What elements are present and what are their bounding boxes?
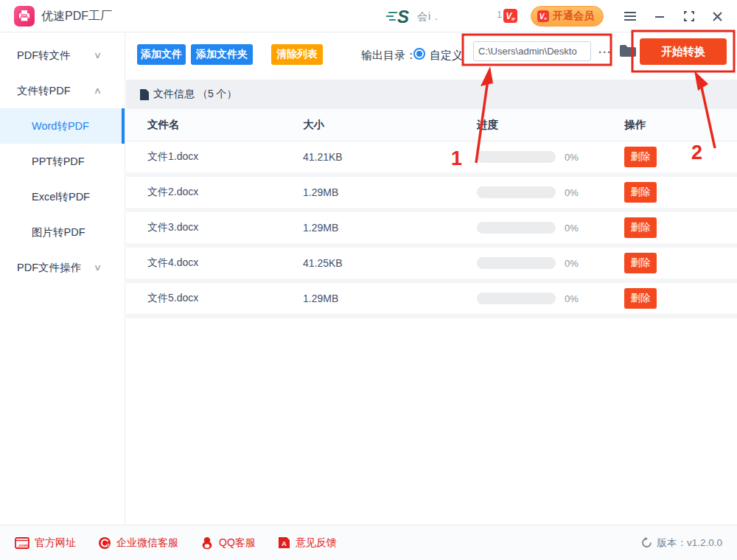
feedback-link[interactable]: A 意见反馈 [278, 536, 337, 550]
file-info-bar: 文件信息 （5 个） [126, 80, 737, 109]
document-icon [139, 89, 149, 100]
sidebar-item-file-to-pdf[interactable]: 文件转PDF ∧ [0, 73, 125, 108]
account-mark: 1 [497, 9, 502, 20]
add-folder-button[interactable]: 添加文件夹 [191, 44, 253, 65]
footer: .com 官方网址 企业微信客服 QQ客服 A 意见 [0, 525, 737, 560]
app-logo-icon: PDF [14, 6, 35, 27]
progress-bar [477, 186, 556, 198]
footer-link-label: 意见反馈 [296, 536, 337, 550]
sidebar-item-excel-to-pdf[interactable]: Excel转PDF [0, 179, 125, 214]
version-info: 版本：v1.2.0.0 [641, 536, 722, 550]
app-title: 优速PDF工厂 [41, 9, 112, 24]
file-size: 1.29MB [303, 186, 477, 198]
svg-text:A: A [282, 540, 287, 547]
minimize-icon[interactable] [652, 8, 668, 24]
account-name: 会i . [417, 10, 439, 24]
output-dir-label: 输出目录： [361, 49, 416, 63]
vip-badge-icon: VIP [537, 10, 549, 22]
update-refresh-icon [641, 537, 652, 548]
column-header-size: 大小 [303, 118, 477, 132]
maximize-icon[interactable] [681, 8, 697, 24]
open-vip-label: 开通会员 [553, 10, 594, 23]
file-size: 41.21KB [303, 151, 477, 163]
output-path-input[interactable] [473, 41, 591, 61]
sidebar: PDF转文件 ∨ 文件转PDF ∧ Word转PDF PPT转PDF Excel… [0, 33, 125, 525]
vip-badge-icon: VIP [503, 9, 517, 23]
sidebar-item-image-to-pdf[interactable]: 图片转PDF [0, 214, 125, 250]
progress-percent: 0% [565, 258, 579, 269]
sidebar-item-label: PPT转PDF [32, 155, 85, 169]
progress-bar [477, 257, 556, 269]
file-name: 文件3.docx [126, 221, 303, 234]
wechat-service-icon [98, 536, 111, 550]
file-name: 文件4.docx [126, 256, 303, 270]
table-row: 文件5.docx 1.29MB 0% 删除 [126, 283, 737, 318]
sidebar-item-label: PDF文件操作 [17, 261, 81, 275]
table-row: 文件1.docx 41.21KB 0% 删除 [126, 141, 737, 177]
table-row: 文件3.docx 1.29MB 0% 删除 [126, 212, 737, 248]
sidebar-item-label: Excel转PDF [32, 190, 90, 204]
progress-percent: 0% [565, 187, 579, 198]
column-header-name: 文件名 [126, 118, 303, 132]
open-vip-button[interactable]: VIP 开通会员 [531, 6, 604, 27]
svg-text:S: S [397, 7, 409, 27]
menu-icon[interactable] [622, 8, 638, 24]
sidebar-item-pdf-file-ops[interactable]: PDF文件操作 ∨ [0, 250, 125, 285]
title-bar: PDF 优速PDF工厂 S 会i . 1 VIP VIP 开通会员 [0, 0, 737, 32]
speed-s-logo-icon: S [386, 6, 413, 29]
sidebar-item-label: Word转PDF [32, 119, 89, 133]
progress-bar [477, 222, 556, 234]
footer-link-label: QQ客服 [219, 536, 256, 550]
feedback-icon: A [278, 536, 290, 549]
close-icon[interactable] [709, 8, 725, 24]
version-label: 版本：v1.2.0.0 [657, 536, 722, 550]
progress-bar [477, 151, 556, 163]
official-website-link[interactable]: .com 官方网址 [15, 536, 76, 550]
sidebar-item-label: PDF转文件 [17, 49, 71, 63]
add-file-button[interactable]: 添加文件 [137, 44, 186, 65]
column-header-action: 操作 [624, 118, 727, 132]
toolbar: 添加文件 添加文件夹 清除列表 输出目录： 自定义 ··· 开始转换 [126, 33, 737, 74]
progress-bar [477, 293, 556, 304]
file-info-label: 文件信息 （5 个） [153, 88, 237, 101]
delete-button[interactable]: 删除 [624, 182, 657, 203]
chevron-up-icon: ∧ [94, 85, 102, 96]
table-header: 文件名 大小 进度 操作 [126, 109, 737, 141]
sidebar-item-word-to-pdf[interactable]: Word转PDF [0, 108, 125, 144]
table-row: 文件2.docx 1.29MB 0% 删除 [126, 177, 737, 212]
custom-dir-label: 自定义 [430, 49, 463, 63]
progress-percent: 0% [565, 152, 579, 163]
sidebar-item-label: 图片转PDF [32, 225, 85, 239]
sidebar-item-ppt-to-pdf[interactable]: PPT转PDF [0, 144, 125, 179]
delete-button[interactable]: 删除 [624, 217, 657, 238]
progress-percent: 0% [565, 223, 579, 234]
wechat-service-link[interactable]: 企业微信客服 [98, 536, 178, 550]
progress-percent: 0% [565, 293, 579, 304]
clear-list-button[interactable]: 清除列表 [271, 44, 323, 65]
file-table: 文件1.docx 41.21KB 0% 删除 文件2.docx 1.29MB 0… [126, 141, 737, 318]
file-name: 文件2.docx [126, 186, 303, 199]
file-size: 1.29MB [303, 293, 477, 304]
delete-button[interactable]: 删除 [624, 253, 657, 273]
start-convert-button[interactable]: 开始转换 [640, 38, 727, 65]
footer-link-label: 官方网址 [35, 536, 76, 550]
app-window: PDF 优速PDF工厂 S 会i . 1 VIP VIP 开通会员 [0, 0, 737, 560]
sidebar-item-pdf-to-file[interactable]: PDF转文件 ∨ [0, 38, 125, 73]
file-name: 文件1.docx [126, 150, 303, 164]
delete-button[interactable]: 删除 [624, 147, 657, 167]
browse-more-button[interactable]: ··· [595, 43, 615, 60]
qq-icon [200, 536, 214, 550]
svg-text:.com: .com [18, 543, 28, 547]
open-folder-icon[interactable] [618, 43, 638, 60]
chevron-down-icon: ∨ [94, 50, 102, 60]
file-size: 41.25KB [303, 257, 477, 269]
footer-link-label: 企业微信客服 [116, 536, 178, 550]
delete-button[interactable]: 删除 [624, 288, 657, 309]
file-name: 文件5.docx [126, 292, 303, 305]
custom-dir-radio[interactable] [413, 48, 425, 60]
svg-text:PDF: PDF [21, 14, 28, 18]
file-size: 1.29MB [303, 222, 477, 234]
sidebar-item-label: 文件转PDF [17, 84, 71, 98]
qq-service-link[interactable]: QQ客服 [200, 536, 256, 550]
website-icon: .com [15, 537, 29, 549]
